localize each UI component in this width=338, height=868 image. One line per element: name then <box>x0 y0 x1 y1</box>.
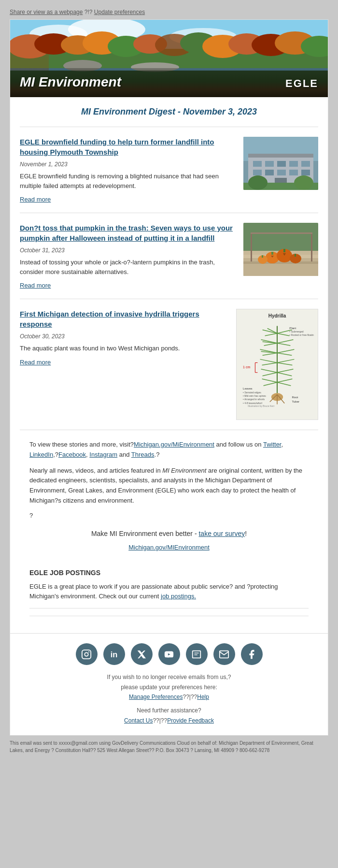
article-1-read-more[interactable]: Read more <box>20 196 51 203</box>
article-1-text: EGLE brownfield funding to help turn for… <box>20 137 236 203</box>
footer-divider-2 <box>29 616 309 616</box>
need-assistance: Need further assistance? <box>20 706 318 715</box>
svg-text:• Serrated edges: • Serrated edges <box>243 391 261 394</box>
twitter-x-icon[interactable] <box>131 643 153 665</box>
svg-line-93 <box>277 382 291 386</box>
svg-line-74 <box>264 343 277 346</box>
svg-rect-57 <box>262 255 263 258</box>
svg-point-110 <box>84 652 88 656</box>
facebook-link[interactable]: Facebook <box>58 451 86 458</box>
svg-text:1 cm: 1 cm <box>243 365 250 369</box>
footer-about: Nearly all news, videos, and articles fe… <box>29 466 309 506</box>
article-3-image: Hydrilla <box>236 309 318 420</box>
svg-rect-36 <box>277 170 286 175</box>
svg-line-83 <box>277 359 294 362</box>
svg-line-73 <box>277 340 293 343</box>
svg-line-82 <box>260 359 277 362</box>
help-link[interactable]: Help <box>197 694 209 700</box>
footer-content: To view these stories and more, visit?Mi… <box>20 430 318 633</box>
svg-text:• Rooted or free-floating: • Rooted or free-floating <box>289 333 314 336</box>
job-postings: EGLE JOB POSTINGS EGLE is a great place … <box>29 560 309 601</box>
threads-link[interactable]: Threads <box>131 451 155 458</box>
footer-website-link[interactable]: Michigan.gov/MIEnvironment <box>128 544 210 551</box>
social-bar: in <box>10 634 328 736</box>
hydrilla-label: Hydrilla <box>240 313 314 318</box>
article-2-date: October 31, 2023 <box>20 247 236 254</box>
svg-line-91 <box>277 379 292 382</box>
article-3-text: First Michigan detection of invasive hyd… <box>20 309 229 420</box>
svg-rect-29 <box>253 161 262 167</box>
svg-line-70 <box>277 333 289 336</box>
svg-text:in: in <box>111 650 118 659</box>
article-2-desc: Instead of tossing your whole or jack-o?… <box>20 258 236 276</box>
job-postings-title: EGLE JOB POSTINGS <box>29 567 309 578</box>
instagram-icon[interactable] <box>76 643 98 665</box>
email-icon[interactable] <box>213 643 235 665</box>
article-3-read-more[interactable]: Read more <box>20 359 51 366</box>
newsletter-icon[interactable] <box>186 643 208 665</box>
header-logo: EGLE <box>285 77 318 90</box>
svg-line-80 <box>277 353 292 355</box>
svg-rect-55 <box>283 249 285 252</box>
svg-rect-113 <box>193 651 201 658</box>
svg-rect-34 <box>253 170 262 175</box>
article-2-title[interactable]: Don?t toss that pumpkin in the trash: Se… <box>20 223 236 243</box>
linkedin-link[interactable]: LinkedIn <box>29 451 53 458</box>
svg-rect-50 <box>251 232 312 234</box>
svg-text:Leaves: Leaves <box>243 387 253 390</box>
job-postings-link[interactable]: job postings. <box>161 593 196 600</box>
svg-line-75 <box>277 343 290 346</box>
svg-line-88 <box>263 373 277 376</box>
instagram-link[interactable]: Instagram <box>89 451 117 458</box>
hydrilla-svg: 1 cm Plant • Submerged • Rooted or free-… <box>240 320 314 407</box>
svg-rect-31 <box>277 161 286 167</box>
contact-us-link[interactable]: Contact Us <box>124 717 153 724</box>
share-link[interactable]: Share or view as a webpage <box>10 9 83 15</box>
article-1-image <box>243 137 318 190</box>
article-3-title[interactable]: First Michigan detection of invasive hyd… <box>20 309 229 329</box>
svg-text:Root: Root <box>292 395 298 399</box>
footer-divider <box>29 608 309 608</box>
survey-link[interactable]: take our survey <box>198 530 245 537</box>
svg-line-92 <box>264 382 277 386</box>
svg-line-85 <box>277 362 292 365</box>
svg-text:• Arranged in whorls: • Arranged in whorls <box>243 398 265 401</box>
facebook-icon[interactable] <box>241 643 263 665</box>
main-container: MI Environment EGLE MI Environment Diges… <box>10 19 328 634</box>
article-1-title[interactable]: EGLE brownfield funding to help turn for… <box>20 137 236 157</box>
svg-line-79 <box>263 353 277 355</box>
svg-line-71 <box>268 329 277 333</box>
mi-env-link[interactable]: Michigan.gov/MiEnvironment <box>134 441 214 448</box>
article-2-read-more[interactable]: Read more <box>20 282 51 289</box>
unsubscribe-links: Manage Preferences??|??Help <box>20 692 318 702</box>
article-1: EGLE brownfield funding to help turn for… <box>20 127 318 213</box>
svg-rect-48 <box>251 232 252 261</box>
preferences-link[interactable]: Update preferences <box>94 9 145 15</box>
job-postings-text: EGLE is a great place to work if you are… <box>29 582 309 601</box>
unsubscribe-section: If you wish to no longer receive emails … <box>20 672 318 725</box>
provide-feedback-link[interactable]: Provide Feedback <box>167 717 214 724</box>
svg-point-42 <box>294 175 313 190</box>
unsubscribe-line1: If you wish to no longer receive emails … <box>20 672 318 682</box>
svg-line-78 <box>277 349 294 353</box>
footer-website: Michigan.gov/MIEnvironment <box>29 543 309 553</box>
article-1-date: November 1, 2023 <box>20 161 236 168</box>
svg-line-67 <box>263 330 277 333</box>
svg-text:Tuber: Tuber <box>292 400 299 403</box>
svg-line-89 <box>277 373 292 376</box>
manage-preferences-link[interactable]: Manage Preferences <box>129 694 183 700</box>
footer-extra: ? <box>29 511 309 521</box>
article-3: First Michigan detection of invasive hyd… <box>20 299 318 430</box>
youtube-icon[interactable] <box>158 643 180 665</box>
svg-text:• Mid-vein has spines: • Mid-vein has spines <box>243 394 266 397</box>
svg-rect-30 <box>265 161 274 167</box>
social-icons: in <box>20 643 318 665</box>
article-2-image <box>243 223 318 276</box>
twitter-link[interactable]: Twitter <box>263 441 282 448</box>
svg-rect-28 <box>248 154 313 158</box>
svg-rect-49 <box>311 232 312 261</box>
digest-title: MI Environment Digest - November 3, 2023 <box>10 97 328 127</box>
svg-line-87 <box>277 369 293 373</box>
svg-rect-38 <box>301 170 310 175</box>
linkedin-icon[interactable]: in <box>103 643 125 665</box>
